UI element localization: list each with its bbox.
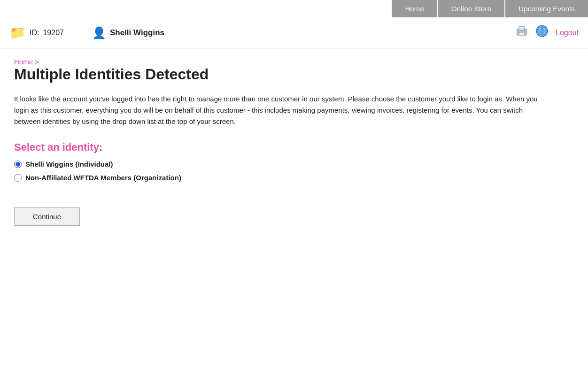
home-nav-button[interactable]: Home <box>392 0 437 17</box>
id-value: 19207 <box>43 29 64 37</box>
svg-rect-4 <box>520 35 522 35</box>
divider <box>14 196 549 196</box>
identity-label-individual: Shelli Wiggins (Individual) <box>25 160 113 168</box>
printer-icon[interactable] <box>515 24 528 41</box>
identity-option-individual[interactable]: Shelli Wiggins (Individual) <box>14 160 549 168</box>
user-name: Shelli Wiggins <box>110 28 164 38</box>
description-text: It looks like the account you've logged … <box>14 93 549 127</box>
svg-point-5 <box>524 31 525 31</box>
identity-radio-organization[interactable] <box>14 174 22 182</box>
header-user-section: 👤 Shelli Wiggins <box>92 26 164 39</box>
svg-rect-1 <box>519 26 525 30</box>
folder-icon: 📁 <box>9 25 26 40</box>
logout-link[interactable]: Logout <box>556 29 579 37</box>
identity-option-organization[interactable]: Non-Affiliated WFTDA Members (Organizati… <box>14 174 549 182</box>
select-identity-label: Select an identity: <box>14 141 549 153</box>
online-store-nav-button[interactable]: Online Store <box>438 0 504 17</box>
top-nav: Home Online Store Upcoming Events <box>0 0 588 17</box>
identity-radio-individual[interactable] <box>14 161 22 168</box>
continue-button[interactable]: Continue <box>14 207 80 226</box>
user-icon: 👤 <box>92 26 106 39</box>
upcoming-events-nav-button[interactable]: Upcoming Events <box>505 0 588 17</box>
header-bar: 📁 ID: 19207 👤 Shelli Wiggins <box>0 17 588 48</box>
header-right-section: Logout <box>515 24 579 41</box>
identity-label-organization: Non-Affiliated WFTDA Members (Organizati… <box>25 174 181 182</box>
page-title: Multiple Identities Detected <box>14 66 549 83</box>
identity-options: Shelli Wiggins (Individual) Non-Affiliat… <box>14 160 549 182</box>
globe-icon[interactable] <box>535 24 549 41</box>
svg-rect-3 <box>520 34 524 34</box>
id-label: ID: <box>30 29 39 37</box>
main-content: Home > Multiple Identities Detected It l… <box>0 48 564 245</box>
header-id-section: 📁 ID: 19207 <box>9 25 64 40</box>
breadcrumb[interactable]: Home > <box>14 58 39 66</box>
svg-point-12 <box>539 28 542 30</box>
